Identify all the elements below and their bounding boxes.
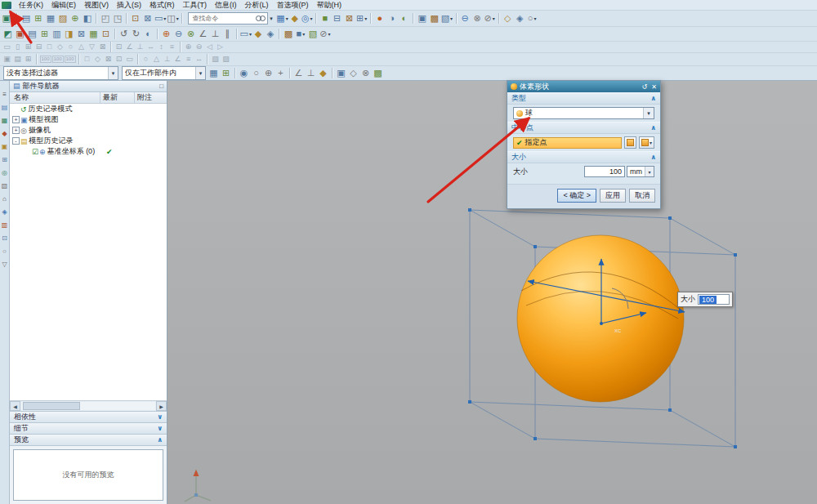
tool-icon[interactable]: ▭ [2,42,12,51]
resource-bar-icon[interactable]: ⌂ [2,196,7,203]
tool-icon[interactable]: ⊗ [185,28,197,40]
tool-icon[interactable]: ⊗ [471,12,483,25]
tool-icon[interactable]: ⊞ [33,12,44,25]
tool-icon[interactable]: ◳ [112,12,123,25]
tool-icon[interactable]: ⊥ [306,67,317,79]
menu-item[interactable]: 编辑(E) [47,0,80,11]
tool-icon[interactable]: ● [374,12,386,25]
tool-icon[interactable]: + [275,67,287,79]
tool-icon[interactable]: ◆ [289,12,301,25]
tool-icon[interactable]: ◇ [56,42,65,51]
tool-icon[interactable]: ↔ [146,42,156,51]
tool-icon[interactable]: ▽ [87,42,97,51]
resource-bar-icon[interactable]: ⊡ [2,235,7,242]
menu-item[interactable]: 工具(T) [179,0,212,11]
tool-icon[interactable]: ▩ [373,67,384,79]
tool-icon[interactable]: ▣ [2,55,12,64]
tool-icon[interactable]: ⊥ [210,28,221,40]
tool-icon[interactable]: ◑ [386,12,398,25]
scroll-left-icon[interactable]: ◀ [10,401,20,411]
tool-icon[interactable]: ≡ [167,42,177,51]
tool-icon[interactable]: ○ [141,55,151,64]
tool-icon[interactable]: ⊡ [114,42,124,51]
tool-icon[interactable]: ■ [319,12,331,25]
resource-bar-icon[interactable]: ⊞ [2,157,7,163]
chevron-down-icon[interactable]: ▾ [643,108,654,118]
tool-icon[interactable]: ◉ [239,67,250,79]
resource-bar-icon[interactable]: ◆ [2,131,7,137]
tool-icon[interactable]: ≡ [184,55,194,64]
chevron-down-icon[interactable]: ▾ [493,16,495,21]
navigator-section-header[interactable]: 相依性∨ [10,411,167,422]
tool-icon[interactable]: ▧▾ [441,12,453,25]
tool-icon[interactable]: ◧ [82,12,93,25]
tool-icon[interactable]: ▨ [221,55,231,64]
resource-bar-icon[interactable]: ▽ [2,261,7,268]
tool-icon[interactable]: ▦ [208,67,220,79]
selection-filter-combo[interactable]: 没有选择过滤器 ▾ [3,66,118,80]
tool-icon[interactable]: 100 [65,55,76,64]
resource-bar-icon[interactable]: ▤ [2,105,8,111]
tool-icon[interactable]: ∠ [173,55,183,64]
navigator-section-header[interactable]: 细节∨ [10,422,167,434]
sphere-preview[interactable] [517,235,684,402]
navigator-section-header[interactable]: 预览∧ [10,434,167,445]
tool-icon[interactable]: ∥ [222,28,234,40]
tool-icon[interactable]: ▣ [15,28,26,40]
tool-icon[interactable]: ○ [251,67,262,79]
tool-icon[interactable]: ◇ [348,67,359,79]
tool-icon[interactable]: ⊖ [194,42,204,51]
menu-item[interactable]: 首选项(P) [273,0,313,11]
scrollbar-track[interactable] [21,402,155,410]
primitive-sphere-button[interactable]: ◩ [2,28,14,40]
tool-icon[interactable]: ⊟ [34,42,44,51]
tool-icon[interactable]: ⊞ [24,55,33,64]
axis-manipulator[interactable] [528,259,685,325]
tree-row[interactable]: -▤模型历史记录 [10,136,167,146]
scrollbar-thumb[interactable] [23,402,80,410]
tool-icon[interactable]: ◇ [502,12,513,25]
tree-expander-icon[interactable]: + [12,116,20,123]
tool-icon[interactable]: ▥ [51,28,63,40]
tool-icon[interactable]: □ [83,55,92,64]
tree-expander-icon[interactable]: + [12,127,20,134]
tool-icon[interactable]: ▦ [45,12,56,25]
chevron-icon[interactable]: ∧ [158,436,163,444]
tool-icon[interactable]: ▦ [88,28,100,40]
onscreen-size-field[interactable]: 100 [698,294,730,305]
point-dialog-button[interactable] [624,136,636,149]
tool-icon[interactable]: ⊖ [173,28,185,40]
search-input[interactable] [190,14,256,23]
tool-icon[interactable]: ⊖ [459,12,471,25]
tool-icon[interactable]: ◇ [93,55,103,64]
tree-checkbox[interactable]: ☑ [32,148,38,156]
resource-bar-icon[interactable]: ◈ [2,209,7,216]
tool-icon[interactable]: ⊞ [24,42,33,51]
tool-icon[interactable]: ⊞ [39,28,51,40]
resource-bar-icon[interactable]: ▣ [2,144,8,150]
menu-item[interactable]: 任务(K) [15,0,47,11]
menu-item[interactable]: 分析(L) [241,0,273,11]
rotation-handle-arc[interactable] [612,288,628,309]
command-finder-box[interactable] [188,12,268,25]
chevron-down-icon[interactable]: ▾ [286,16,288,21]
tool-icon[interactable]: ▭ [125,55,135,64]
resource-bar-icon[interactable]: ≡ [2,91,7,98]
ok-button[interactable]: < 确定 > [557,189,596,203]
tool-icon[interactable]: 100 [52,55,64,64]
dialog-titlebar[interactable]: 体素形状 ↺ ✕ [507,81,660,92]
chevron-up-icon[interactable]: ∧ [651,95,657,102]
menu-item[interactable]: 视图(V) [80,0,113,11]
tool-icon[interactable]: △ [77,42,87,51]
point-options-button[interactable]: ▾ [639,136,654,149]
tool-icon[interactable]: ◈ [265,28,276,40]
tool-icon[interactable]: 100 [40,55,51,64]
chevron-down-icon[interactable]: ▾ [364,16,367,21]
tool-icon[interactable]: ⊞ [221,67,232,79]
tool-icon[interactable]: ⊕ [263,67,275,79]
onscreen-size-input[interactable]: 大小 100 [677,292,733,307]
tool-icon[interactable]: ▷ [216,42,225,51]
dialog-close-icon[interactable]: ✕ [651,83,657,91]
chevron-down-icon[interactable]: ▾ [11,16,14,21]
chevron-down-icon[interactable]: ▾ [176,16,179,21]
